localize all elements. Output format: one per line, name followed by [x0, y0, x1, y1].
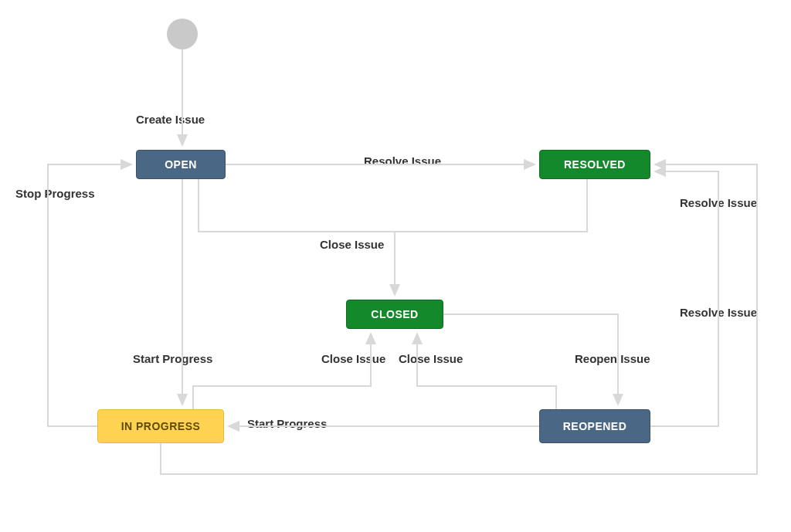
- edge-reopened-to-resolved: [650, 171, 718, 426]
- edge-open-resolved-to-close-branch: [199, 179, 587, 232]
- label-stop-progress: Stop Progress: [15, 187, 95, 200]
- label-resolve-issue-inprog: Resolve Issue: [680, 196, 757, 209]
- label-create-issue: Create Issue: [136, 113, 205, 126]
- state-open: OPEN: [136, 150, 226, 179]
- state-resolved: RESOLVED: [539, 150, 650, 179]
- edge-reopened-to-closed: [417, 334, 556, 409]
- edge-inprogress-to-open: [48, 164, 131, 426]
- label-close-issue-resolved: Close Issue: [399, 352, 463, 365]
- state-reopened: REOPENED: [539, 409, 650, 443]
- edges-layer: [0, 0, 791, 532]
- label-start-progress-reop: Start Progress: [247, 417, 327, 430]
- label-start-progress-open: Start Progress: [133, 352, 212, 365]
- state-in-progress: IN PROGRESS: [97, 409, 224, 443]
- workflow-diagram: OPEN RESOLVED CLOSED IN PROGRESS REOPENE…: [0, 0, 791, 532]
- start-node: [167, 19, 198, 49]
- label-close-issue-open: Close Issue: [320, 238, 384, 251]
- label-resolve-issue-open: Resolve Issue: [364, 154, 441, 168]
- label-resolve-issue-reop: Resolve Issue: [680, 306, 757, 319]
- label-reopen-issue: Reopen Issue: [575, 352, 650, 365]
- label-close-issue-inprog: Close Issue: [321, 352, 385, 365]
- state-closed: CLOSED: [346, 300, 443, 329]
- edge-inprogress-to-closed: [193, 334, 371, 409]
